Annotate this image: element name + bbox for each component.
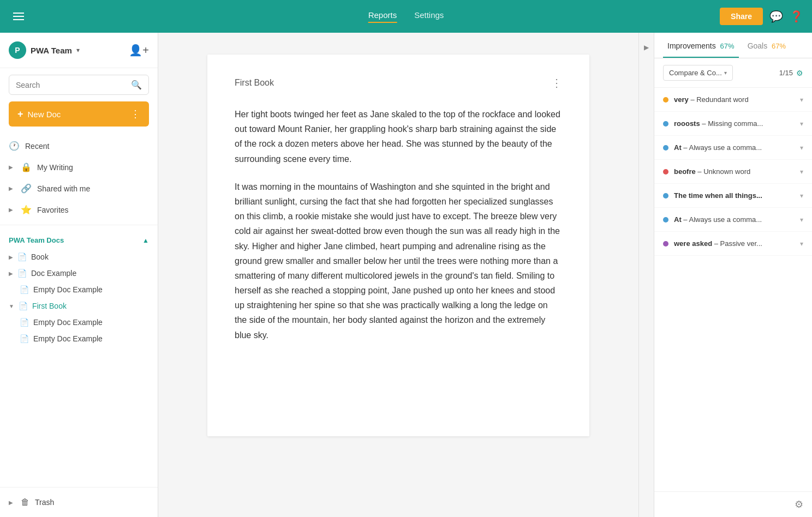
tree-item-empty-doc-2[interactable]: 📄 Empty Doc Example [0,314,158,330]
tree-item-label: Empty Doc Example [33,285,103,294]
main-layout: P PWA Team ▾ 👤+ 🔍 + New Doc ⋮ 🕐 Rece [0,33,812,517]
suggestion-dot-purple [663,241,668,247]
suggestion-item-at-1[interactable]: At – Always use a comma... ▾ [654,136,812,160]
settings-icon[interactable]: ⚙ [795,498,803,510]
suggestion-separator: – [714,239,720,248]
sidebar-item-shared[interactable]: ▶ 🔗 Shared with me [0,178,158,199]
nav-settings[interactable]: Settings [414,10,444,23]
suggestion-item-at-2[interactable]: At – Always use a comma... ▾ [654,208,812,232]
share-icon: 🔗 [21,183,32,194]
star-icon: ⭐ [21,205,32,215]
tab-improvements[interactable]: Improvements 67% [663,33,739,58]
chat-icon[interactable]: 💬 [769,10,783,23]
new-doc-button[interactable]: + New Doc ⋮ [9,101,149,127]
panel-expand-toggle[interactable]: ▶ [638,33,654,517]
suggestions-list: very – Redundant word ▾ rooosts – Missin… [654,88,812,491]
chevron-down-icon[interactable]: ▾ [800,96,803,104]
sidebar-item-label: Recent [25,142,49,151]
suggestion-description: Always use a comma... [689,143,762,152]
sidebar-item-label: My Writing [37,163,73,172]
add-user-icon[interactable]: 👤+ [129,44,149,57]
tree-item-empty-doc-3[interactable]: 📄 Empty Doc Example [0,330,158,347]
topbar: Reports Settings Share 💬 ❓ [0,0,812,33]
lock-icon: 🔒 [21,162,32,172]
new-doc-label: New Doc [28,110,61,119]
goals-score: 67% [772,42,786,50]
help-icon[interactable]: ❓ [790,10,803,23]
paragraph-1: Her tight boots twinged her feet as Jane… [235,107,562,166]
chevron-right-icon: ▶ [644,44,649,51]
document-menu-icon[interactable]: ⋮ [551,76,562,89]
nav-reports[interactable]: Reports [368,10,397,23]
suggestion-count: 1/15 [779,69,793,77]
recent-icon: 🕐 [9,141,20,151]
sidebar-item-recent[interactable]: 🕐 Recent [0,135,158,157]
arrow-right-icon: ▶ [9,207,13,213]
suggestion-item-time[interactable]: The time when all things... ▾ [654,184,812,208]
doc-icon: 📄 [20,285,29,294]
doc-icon: 📄 [20,318,29,327]
search-wrap: 🔍 [9,75,149,95]
search-icon: 🔍 [131,80,142,90]
panel-count: 1/15 ⚙ [779,69,803,77]
sidebar-item-label: Shared with me [37,184,90,193]
suggestion-description: Redundant word [696,95,748,104]
tree-item-first-book[interactable]: ▼ 📄 First Book [0,298,158,314]
section-header[interactable]: PWA Team Docs ▲ [0,232,158,249]
document-content[interactable]: Her tight boots twinged her feet as Jane… [235,107,562,342]
filter-icon[interactable]: ⚙ [796,69,803,77]
chevron-down-icon[interactable]: ▾ [800,240,803,248]
doc-icon: 📄 [20,334,29,343]
team-initials: P [15,46,20,55]
chevron-down-icon[interactable]: ▾ [800,168,803,176]
doc-icon: 📄 [17,253,27,261]
tree-item-label: Book [31,253,49,261]
chevron-down-icon: ▾ [724,70,727,76]
chevron-down-icon[interactable]: ▾ [800,216,803,224]
suggestion-dot-red [663,169,668,175]
suggestion-item-beofre[interactable]: beofre – Unknown word ▾ [654,160,812,184]
arrow-right-icon: ▶ [9,164,13,170]
compare-label: Compare & Co... [669,69,722,77]
tree-item-empty-doc-1[interactable]: 📄 Empty Doc Example [0,281,158,298]
sidebar-header: P PWA Team ▾ 👤+ [0,33,158,68]
search-container: 🔍 [0,68,158,101]
document-title: First Book [235,78,274,88]
tree-item-label: Empty Doc Example [33,334,103,343]
chevron-down-icon[interactable]: ▾ [800,120,803,128]
suggestion-item-very[interactable]: very – Redundant word ▾ [654,88,812,112]
suggestion-description: Missing comma... [708,119,763,128]
document-paper: First Book ⋮ Her tight boots twinged her… [207,55,589,436]
sidebar-item-trash[interactable]: ▶ 🗑 Trash [0,492,158,513]
sidebar-section: PWA Team Docs ▲ ▶ 📄 Book ▶ 📄 Doc Example… [0,225,158,487]
compare-dropdown[interactable]: Compare & Co... ▾ [663,65,733,81]
hamburger-button[interactable] [9,8,28,25]
sidebar-item-my-writing[interactable]: ▶ 🔒 My Writing [0,157,158,178]
share-button[interactable]: Share [720,8,763,25]
sidebar-item-favorites[interactable]: ▶ ⭐ Favorites [0,199,158,220]
search-input[interactable] [16,81,127,89]
suggestion-dot-blue [663,121,668,127]
tree-item-doc-example[interactable]: ▶ 📄 Doc Example [0,265,158,281]
chevron-down-icon: ▾ [76,46,80,54]
sidebar-footer: ▶ 🗑 Trash [0,487,158,517]
suggestion-word: At [674,215,682,224]
chevron-down-icon[interactable]: ▾ [800,144,803,152]
panel-tabs: Improvements 67% Goals 67% [654,33,812,58]
trash-icon: 🗑 [21,497,29,507]
chevron-down-icon[interactable]: ▾ [800,192,803,200]
suggestion-separator: – [683,215,689,224]
suggestion-word: beofre [674,167,696,176]
suggestion-word: were asked [674,239,712,248]
sidebar-nav: 🕐 Recent ▶ 🔒 My Writing ▶ 🔗 Shared with … [0,131,158,225]
team-info[interactable]: P PWA Team ▾ [9,41,80,59]
tree-item-label: Empty Doc Example [33,318,103,327]
tab-goals[interactable]: Goals 67% [743,33,791,58]
tree-item-label: Doc Example [31,269,76,278]
suggestion-separator: – [702,119,708,128]
suggestion-item-rooosts[interactable]: rooosts – Missing comma... ▾ [654,112,812,136]
suggestion-item-were-asked[interactable]: were asked – Passive ver... ▾ [654,232,812,256]
plus-icon: + [17,109,23,120]
suggestion-description: Always use a comma... [689,215,762,224]
tree-item-book[interactable]: ▶ 📄 Book [0,249,158,265]
